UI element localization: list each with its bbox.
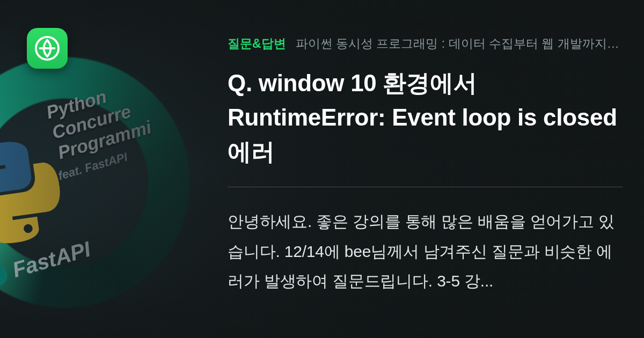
post-card: 질문&답변 파이썬 동시성 프로그래밍 : 데이터 수집부터 웹 개발까지 (f…	[228, 35, 623, 296]
category-label: 질문&답변	[228, 35, 286, 52]
post-title: Q. window 10 환경에서 RuntimeError: Event lo…	[228, 66, 623, 187]
course-title: 파이썬 동시성 프로그래밍 : 데이터 수집부터 웹 개발까지 (fe...	[296, 35, 623, 52]
breadcrumb: 질문&답변 파이썬 동시성 프로그래밍 : 데이터 수집부터 웹 개발까지 (f…	[228, 35, 623, 52]
leaf-icon	[35, 36, 60, 61]
site-logo	[27, 28, 68, 69]
post-body: 안녕하세요. 좋은 강의를 통해 많은 배움을 얻어가고 있습니다. 12/14…	[228, 207, 623, 296]
